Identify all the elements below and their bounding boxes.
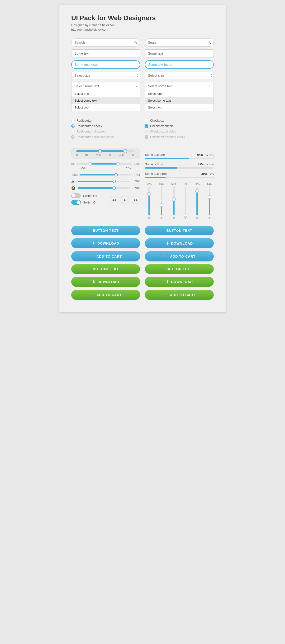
radio-dot-2[interactable] [71, 124, 74, 128]
text-input-right[interactable] [145, 50, 214, 58]
range-slider[interactable]: 0% 100% 25% 75% [71, 162, 140, 170]
checkbox-label-2: Checkbox check [150, 124, 173, 128]
blue-button-text-right[interactable]: BUTTON TEXT [145, 226, 214, 235]
vert-fill-1 [148, 194, 150, 216]
search-icon-right: 🔍 [207, 40, 212, 44]
radio-item-1[interactable]: Radiobutton [71, 119, 140, 122]
blue-cart-button-right[interactable]: 🛒 ADD TO CART [145, 251, 214, 262]
blue-cart-button-left[interactable]: 🛒 ADD TO CART [71, 251, 140, 262]
text-input-left[interactable] [71, 50, 140, 58]
radio-dot-3 [71, 130, 74, 133]
cart-icon-left: 🛒 [90, 254, 94, 258]
stepper-arrows-left[interactable]: ▲ ▼ [137, 74, 139, 78]
checkbox-box-2[interactable] [145, 124, 148, 128]
vert-fill-3 [173, 199, 174, 216]
blue-download-button-right[interactable]: ⬇ DOWNLOAD [145, 238, 214, 248]
blue-button-text-left[interactable]: BUTTON TEXT [71, 226, 140, 235]
vert-track-3 [173, 187, 174, 216]
vert-handle-3[interactable] [172, 197, 176, 201]
vert-handle-5[interactable] [195, 189, 199, 193]
dropdown-arrow-left: ▼ [135, 85, 138, 88]
inputs-section: 🔍 ▲ ▼ Select some text ▼ [71, 38, 214, 114]
checkbox-item-2[interactable]: Checkbox check [145, 124, 214, 128]
green-cart-button-right[interactable]: 🛒 ADD TO CART [145, 290, 214, 300]
vol-fill-1 [78, 181, 114, 182]
dropdown-option-1[interactable]: Select one [72, 90, 140, 97]
green-cart-icon-right: 🛒 [163, 292, 168, 297]
checkbox-item-1[interactable]: Checkbox [145, 119, 214, 122]
volume-slider-2[interactable]: 🔇 70% [71, 186, 140, 190]
pct-thumb-left[interactable] [88, 162, 92, 166]
audio-time-start: 1:03 [71, 173, 78, 177]
dropdown-option-r3[interactable]: Select two [145, 104, 214, 111]
green-button-text-left[interactable]: BUTTON TEXT [71, 264, 140, 274]
audio-slider[interactable]: 1:03 2:54 [71, 173, 140, 177]
vert-dot-2 [160, 217, 162, 219]
dropdown-option-r2[interactable]: Select some text [145, 97, 214, 104]
radio-dot-4 [71, 135, 74, 139]
stepper-input-left[interactable] [71, 72, 140, 79]
progress-label-2: Some text two [145, 162, 164, 166]
switch-on[interactable] [71, 200, 81, 205]
blue-download-button-left[interactable]: ⬇ DOWNLOAD [71, 238, 140, 248]
dropdown-left[interactable]: Select some text ▼ Select one Select som… [71, 82, 140, 111]
vert-slider-5: 86% [195, 183, 200, 219]
green-download-button-right[interactable]: ⬇ DOWNLOAD [145, 277, 214, 287]
search-input-left[interactable] [71, 38, 140, 46]
pct-thumb-right[interactable] [116, 162, 120, 166]
search-icon-left: 🔍 [134, 40, 138, 44]
volume-pct-2: 70% [132, 186, 140, 190]
dropdown-header-right[interactable]: Select some text ▼ [145, 82, 214, 90]
volume-slider-1[interactable]: 🔈 70% [71, 180, 140, 183]
left-inputs: 🔍 ▲ ▼ Select some text ▼ [71, 38, 140, 114]
range-pct-min: 0% [71, 162, 75, 165]
green-download-label-left: DOWNLOAD [98, 280, 119, 284]
radio-item-2[interactable]: Radiobutton check [71, 124, 140, 128]
pct-range-track [76, 163, 132, 164]
vert-handle-4[interactable] [184, 214, 188, 217]
switch-off[interactable] [71, 193, 81, 198]
search-input-right[interactable] [145, 38, 214, 46]
media-play-button[interactable]: ▶ [121, 196, 129, 204]
media-rewind-button[interactable]: ◀◀ [110, 196, 118, 204]
vert-handle-6[interactable] [208, 195, 212, 199]
range-pct-labels: 25% 75% [71, 167, 140, 170]
big-slider-track [76, 150, 135, 152]
vol-thumb-2[interactable] [112, 186, 116, 190]
checkbox-item-4: Checkbox disabled check [145, 135, 214, 139]
vert-handle-2[interactable] [160, 203, 164, 207]
vert-slider-3: 57% [172, 183, 176, 219]
big-slider[interactable]: 0 100 200 300 400 500 [71, 148, 140, 159]
green-download-icon-right: ⬇ [166, 280, 169, 284]
switch-on-label: Switch On [83, 201, 97, 204]
switch-off-row: Switch Off [71, 193, 97, 198]
cart-label-left: ADD TO CART [96, 254, 122, 258]
green-download-button-left[interactable]: ⬇ DOWNLOAD [71, 277, 140, 287]
checkbox-box-1[interactable] [145, 119, 148, 122]
radio-checkbox-section: Radiobutton Radiobutton check Radiobutto… [71, 119, 214, 140]
vol-fill-2 [78, 187, 114, 189]
dropdown-option-3[interactable]: Select two [72, 104, 140, 111]
dropdown-option-r1[interactable]: Select one [145, 90, 214, 97]
progress-right-3: 30% 0% [202, 172, 214, 176]
big-slider-thumb-left[interactable] [98, 149, 102, 153]
green-cart-button-left[interactable]: 🛒 ADD TO CART [71, 290, 140, 300]
focus-input-left[interactable] [71, 60, 140, 69]
dropdown-right[interactable]: Select some text ▼ Select one Select som… [145, 82, 214, 111]
stepper-arrows-right[interactable]: ▲ ▼ [210, 74, 212, 78]
radio-label-4: Radiobutton disabled check [76, 135, 114, 139]
radio-dot-1[interactable] [71, 119, 74, 122]
search-wrap-right: 🔍 [145, 38, 214, 46]
dropdown-option-2[interactable]: Select some text [72, 97, 140, 104]
vol-thumb-1[interactable] [112, 180, 116, 183]
range-pct-max: 100% [134, 162, 140, 165]
stepper-input-right[interactable] [145, 72, 214, 79]
big-slider-thumb-right[interactable] [123, 149, 127, 153]
dropdown-header-left[interactable]: Select some text ▼ [72, 82, 140, 90]
vert-slider-2: 36% [159, 183, 164, 219]
green-button-text-right[interactable]: BUTTON TEXT [145, 264, 214, 274]
focus-input-right[interactable] [145, 60, 214, 69]
media-forward-button[interactable]: ▶▶ [132, 196, 140, 204]
vert-handle-1[interactable] [147, 192, 151, 196]
audio-thumb[interactable] [114, 173, 118, 176]
